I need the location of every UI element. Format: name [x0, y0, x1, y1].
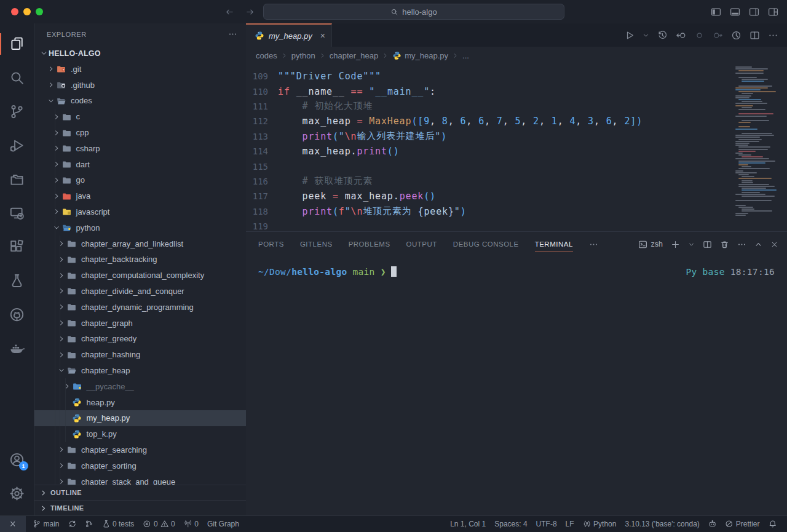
nav-forward-circle-icon[interactable] — [713, 30, 723, 41]
navigate-back-icon[interactable] — [225, 7, 234, 17]
code-line-115[interactable]: 115 — [246, 159, 732, 173]
tree-item-codes[interactable]: codes — [34, 93, 246, 109]
tree-item-chapter-sorting[interactable]: chapter_sorting — [34, 458, 246, 474]
new-terminal-icon[interactable] — [671, 240, 680, 249]
activity-github-icon[interactable] — [0, 298, 34, 332]
editor-more-actions-icon[interactable] — [768, 30, 778, 41]
window-controls[interactable] — [0, 8, 74, 15]
tree-item-chapter-hashing[interactable]: chapter_hashing — [34, 347, 246, 363]
breadcrumb-item-python[interactable]: python — [291, 51, 315, 60]
code-line-112[interactable]: 112 max_heap = MaxHeap([9, 8, 6, 6, 7, 5… — [246, 114, 732, 129]
split-editor-icon[interactable] — [749, 30, 760, 41]
code-line-109[interactable]: 109"""Driver Code""" — [246, 69, 732, 84]
minimap[interactable] — [735, 66, 781, 216]
panel-tab-terminal[interactable]: TERMINAL — [535, 232, 573, 256]
activity-explorer-icon[interactable] — [0, 27, 34, 61]
minimize-window-button[interactable] — [23, 8, 31, 15]
status-copilot[interactable] — [704, 516, 721, 532]
tree-item-chapter-backtracking[interactable]: chapter_backtracking — [34, 252, 246, 268]
activity-source-control-icon[interactable] — [0, 95, 34, 129]
tree-item-chapter-graph[interactable]: chapter_graph — [34, 315, 246, 331]
breadcrumb-item-codes[interactable]: codes — [256, 51, 277, 60]
outline-section[interactable]: OUTLINE — [34, 485, 246, 500]
status-problems[interactable]: 00 — [138, 516, 179, 532]
status-encoding[interactable]: UTF-8 — [532, 516, 561, 532]
maximize-panel-icon[interactable] — [754, 240, 762, 248]
tree-root-hello-algo[interactable]: HELLO-ALGO — [34, 46, 246, 62]
layout-panel-icon[interactable] — [730, 7, 740, 17]
layout-sidebar-left-icon[interactable] — [711, 7, 721, 17]
status-cursor-position[interactable]: Ln 1, Col 1 — [446, 516, 490, 532]
status-tests[interactable]: 0 tests — [98, 516, 139, 532]
explorer-more-actions-icon[interactable] — [228, 30, 237, 39]
close-window-button[interactable] — [11, 8, 18, 15]
activity-testing-icon[interactable] — [0, 264, 34, 298]
tree-item-dart[interactable]: dart — [34, 156, 246, 172]
run-profile-icon[interactable] — [731, 30, 742, 41]
breadcrumb-item--[interactable]: ... — [462, 51, 469, 60]
kill-terminal-icon[interactable] — [720, 240, 729, 249]
tree-item--pycache-[interactable]: __pycache__ — [34, 378, 246, 394]
code-line-110[interactable]: 110if __name__ == "__main__": — [246, 84, 732, 98]
tree-item-chapter-computational-complexity[interactable]: chapter_computational_complexity — [34, 268, 246, 284]
tree-item-chapter-searching[interactable]: chapter_searching — [34, 442, 246, 458]
tab-my-heap-py[interactable]: my_heap.py × — [246, 23, 332, 47]
activity-settings-icon[interactable] — [0, 477, 34, 510]
status-ports[interactable]: 0 — [180, 516, 203, 532]
tree-item-chapter-dynamic-programming[interactable]: chapter_dynamic_programming — [34, 299, 246, 315]
tree-item-c[interactable]: c — [34, 109, 246, 125]
status-notifications[interactable] — [764, 516, 781, 532]
run-dropdown-icon[interactable] — [643, 32, 649, 39]
close-panel-icon[interactable] — [770, 240, 778, 248]
layout-grid-icon[interactable] — [768, 7, 778, 17]
split-terminal-icon[interactable] — [703, 240, 712, 249]
tree-item-csharp[interactable]: csharp — [34, 140, 246, 156]
tree-item-chapter-divide-and-conquer[interactable]: chapter_divide_and_conquer — [34, 284, 246, 300]
code-line-116[interactable]: 116 # 获取堆顶元素 — [246, 174, 732, 189]
panel-more-tabs-icon[interactable] — [589, 240, 598, 249]
terminal-shell-label[interactable]: zsh — [638, 240, 663, 249]
status-indentation[interactable]: Spaces: 4 — [490, 516, 531, 532]
code-line-113[interactable]: 113 print("\n输入列表并建堆后") — [246, 129, 732, 144]
code-editor[interactable]: 109"""Driver Code"""110if __name__ == "_… — [246, 64, 787, 231]
status-sync[interactable] — [64, 516, 81, 532]
terminal[interactable]: ~/Dow/hello-algo main ❯ Py base 18:17:16 — [246, 256, 787, 515]
command-center-search[interactable]: hello-algo — [263, 4, 564, 20]
status-prettier[interactable]: Prettier — [721, 516, 764, 532]
activity-run-debug-icon[interactable] — [0, 129, 34, 162]
close-tab-icon[interactable]: × — [320, 31, 325, 41]
tree-item-heap-py[interactable]: heap.py — [34, 394, 246, 410]
panel-tab-debug-console[interactable]: DEBUG CONSOLE — [453, 232, 519, 256]
go-back-definition-icon[interactable] — [676, 30, 686, 41]
code-line-119[interactable]: 119 — [246, 219, 732, 231]
code-line-117[interactable]: 117 peek = max_heap.peek() — [246, 189, 732, 204]
tree-item-python[interactable]: python — [34, 220, 246, 236]
activity-accounts-icon[interactable]: 1 — [0, 443, 34, 477]
tree-item-chapter-heap[interactable]: chapter_heap — [34, 363, 246, 379]
nav-circle-icon[interactable] — [694, 30, 705, 41]
breadcrumb-item-chapter-heap[interactable]: chapter_heap — [330, 51, 379, 60]
timeline-history-icon[interactable] — [657, 30, 668, 41]
panel-tab-output[interactable]: OUTPUT — [406, 232, 437, 256]
tree-item-my-heap-py[interactable]: my_heap.py — [34, 410, 246, 426]
tree-item-chapter-stack-and-queue[interactable]: chapter_stack_and_queue — [34, 474, 246, 485]
code-line-111[interactable]: 111 # 初始化大顶堆 — [246, 99, 732, 114]
tree-item-top-k-py[interactable]: top_k.py — [34, 426, 246, 442]
tree-item-go[interactable]: go — [34, 172, 246, 188]
activity-docker-icon[interactable] — [0, 332, 34, 365]
status-git-graph-toggle[interactable] — [81, 516, 98, 532]
panel-tab-problems[interactable]: PROBLEMS — [349, 232, 390, 256]
tree-item--git[interactable]: .git — [34, 61, 246, 77]
tree-item-java[interactable]: java — [34, 188, 246, 204]
status-eol[interactable]: LF — [561, 516, 579, 532]
code-line-114[interactable]: 114 max_heap.print() — [246, 144, 732, 159]
activity-remote-explorer-icon[interactable] — [0, 196, 34, 230]
zoom-window-button[interactable] — [36, 8, 43, 15]
activity-extensions-icon[interactable] — [0, 230, 34, 264]
tree-item-cpp[interactable]: cpp — [34, 125, 246, 141]
code-line-118[interactable]: 118 print(f"\n堆顶元素为 {peek}") — [246, 204, 732, 219]
tree-item--github[interactable]: .github — [34, 77, 246, 93]
timeline-section[interactable]: TIMELINE — [34, 500, 246, 515]
status-git-graph[interactable]: Git Graph — [203, 516, 243, 532]
panel-tab-ports[interactable]: PORTS — [258, 232, 284, 256]
